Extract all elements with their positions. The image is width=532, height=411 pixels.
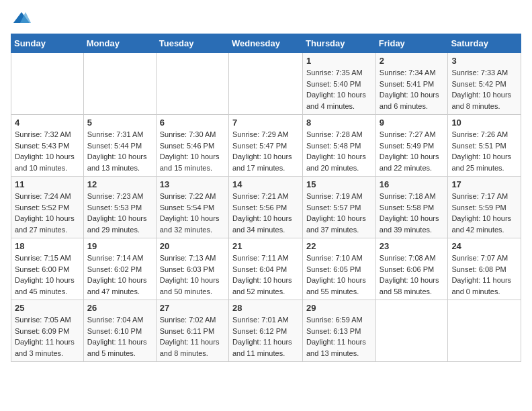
- day-number: 23: [380, 241, 445, 251]
- calendar-cell: 8Sunrise: 7:28 AM Sunset: 5:48 PM Daylig…: [303, 115, 376, 177]
- calendar-cell: [83, 53, 156, 115]
- day-info: Sunrise: 7:31 AM Sunset: 5:44 PM Dayligh…: [87, 129, 152, 173]
- day-info: Sunrise: 7:11 AM Sunset: 6:04 PM Dayligh…: [232, 253, 299, 297]
- calendar-week-row: 4Sunrise: 7:32 AM Sunset: 5:43 PM Daylig…: [11, 115, 521, 177]
- day-info: Sunrise: 7:35 AM Sunset: 5:40 PM Dayligh…: [306, 67, 372, 111]
- calendar-cell: 9Sunrise: 7:27 AM Sunset: 5:49 PM Daylig…: [375, 115, 448, 177]
- weekday-header: Sunday: [11, 34, 84, 53]
- calendar-week-row: 18Sunrise: 7:15 AM Sunset: 6:00 PM Dayli…: [11, 238, 521, 300]
- day-info: Sunrise: 7:26 AM Sunset: 5:51 PM Dayligh…: [451, 129, 517, 173]
- calendar-cell: 17Sunrise: 7:17 AM Sunset: 5:59 PM Dayli…: [448, 177, 521, 238]
- day-info: Sunrise: 7:22 AM Sunset: 5:54 PM Dayligh…: [160, 191, 225, 235]
- day-number: 15: [306, 179, 372, 189]
- calendar-cell: [375, 300, 448, 362]
- calendar-cell: 4Sunrise: 7:32 AM Sunset: 5:43 PM Daylig…: [11, 115, 84, 177]
- day-number: 10: [451, 118, 517, 128]
- calendar-week-row: 11Sunrise: 7:24 AM Sunset: 5:52 PM Dayli…: [11, 177, 521, 238]
- calendar-cell: 25Sunrise: 7:05 AM Sunset: 6:09 PM Dayli…: [11, 300, 84, 362]
- day-info: Sunrise: 7:29 AM Sunset: 5:47 PM Dayligh…: [232, 129, 299, 173]
- day-info: Sunrise: 7:27 AM Sunset: 5:49 PM Dayligh…: [380, 129, 445, 173]
- calendar-week-row: 1Sunrise: 7:35 AM Sunset: 5:40 PM Daylig…: [11, 53, 521, 115]
- calendar-cell: 11Sunrise: 7:24 AM Sunset: 5:52 PM Dayli…: [11, 177, 84, 238]
- day-info: Sunrise: 7:32 AM Sunset: 5:43 PM Dayligh…: [15, 129, 80, 173]
- calendar-cell: 3Sunrise: 7:33 AM Sunset: 5:42 PM Daylig…: [448, 53, 521, 115]
- day-info: Sunrise: 7:10 AM Sunset: 6:05 PM Dayligh…: [306, 253, 372, 297]
- day-number: 22: [306, 241, 372, 251]
- day-number: 18: [15, 241, 80, 251]
- day-number: 11: [15, 179, 80, 189]
- day-info: Sunrise: 7:21 AM Sunset: 5:56 PM Dayligh…: [232, 191, 299, 235]
- calendar-cell: 28Sunrise: 7:01 AM Sunset: 6:12 PM Dayli…: [228, 300, 302, 362]
- day-number: 1: [306, 56, 372, 66]
- calendar-cell: 7Sunrise: 7:29 AM Sunset: 5:47 PM Daylig…: [228, 115, 302, 177]
- day-number: 17: [451, 179, 517, 189]
- calendar-cell: 15Sunrise: 7:19 AM Sunset: 5:57 PM Dayli…: [303, 177, 376, 238]
- day-number: 4: [15, 118, 80, 128]
- day-info: Sunrise: 6:59 AM Sunset: 6:13 PM Dayligh…: [306, 314, 372, 359]
- calendar-cell: [228, 53, 302, 115]
- weekday-header: Monday: [83, 34, 156, 53]
- day-info: Sunrise: 7:19 AM Sunset: 5:57 PM Dayligh…: [306, 191, 372, 235]
- day-info: Sunrise: 7:24 AM Sunset: 5:52 PM Dayligh…: [15, 191, 80, 235]
- calendar-cell: 21Sunrise: 7:11 AM Sunset: 6:04 PM Dayli…: [228, 238, 302, 300]
- day-number: 28: [232, 303, 299, 313]
- day-info: Sunrise: 7:18 AM Sunset: 5:58 PM Dayligh…: [380, 191, 445, 235]
- day-info: Sunrise: 7:15 AM Sunset: 6:00 PM Dayligh…: [15, 253, 80, 297]
- day-number: 16: [380, 179, 445, 189]
- day-info: Sunrise: 7:17 AM Sunset: 5:59 PM Dayligh…: [451, 191, 517, 235]
- weekday-header: Tuesday: [156, 34, 228, 53]
- day-info: Sunrise: 7:07 AM Sunset: 6:08 PM Dayligh…: [451, 253, 517, 297]
- day-number: 25: [15, 303, 80, 313]
- calendar-cell: [448, 300, 521, 362]
- calendar-cell: 13Sunrise: 7:22 AM Sunset: 5:54 PM Dayli…: [156, 177, 228, 238]
- day-info: Sunrise: 7:28 AM Sunset: 5:48 PM Dayligh…: [306, 129, 372, 173]
- day-info: Sunrise: 7:05 AM Sunset: 6:09 PM Dayligh…: [15, 314, 80, 359]
- day-number: 24: [451, 241, 517, 251]
- calendar-table: SundayMondayTuesdayWednesdayThursdayFrid…: [11, 34, 521, 362]
- day-number: 29: [306, 303, 372, 313]
- day-info: Sunrise: 7:30 AM Sunset: 5:46 PM Dayligh…: [160, 129, 225, 173]
- day-info: Sunrise: 7:14 AM Sunset: 6:02 PM Dayligh…: [87, 253, 152, 297]
- day-number: 27: [160, 303, 225, 313]
- day-info: Sunrise: 7:01 AM Sunset: 6:12 PM Dayligh…: [232, 314, 299, 359]
- day-number: 19: [87, 241, 152, 251]
- calendar-cell: 27Sunrise: 7:02 AM Sunset: 6:11 PM Dayli…: [156, 300, 228, 362]
- day-number: 5: [87, 118, 152, 128]
- calendar-cell: 29Sunrise: 6:59 AM Sunset: 6:13 PM Dayli…: [303, 300, 376, 362]
- day-number: 12: [87, 179, 152, 189]
- calendar-cell: 24Sunrise: 7:07 AM Sunset: 6:08 PM Dayli…: [448, 238, 521, 300]
- calendar-cell: 23Sunrise: 7:08 AM Sunset: 6:06 PM Dayli…: [375, 238, 448, 300]
- logo: [11, 11, 31, 26]
- calendar-header-row: SundayMondayTuesdayWednesdayThursdayFrid…: [11, 34, 521, 53]
- calendar-week-row: 25Sunrise: 7:05 AM Sunset: 6:09 PM Dayli…: [11, 300, 521, 362]
- day-number: 3: [451, 56, 517, 66]
- calendar-cell: 16Sunrise: 7:18 AM Sunset: 5:58 PM Dayli…: [375, 177, 448, 238]
- calendar-cell: 6Sunrise: 7:30 AM Sunset: 5:46 PM Daylig…: [156, 115, 228, 177]
- calendar-cell: 5Sunrise: 7:31 AM Sunset: 5:44 PM Daylig…: [83, 115, 156, 177]
- calendar-cell: 14Sunrise: 7:21 AM Sunset: 5:56 PM Dayli…: [228, 177, 302, 238]
- day-info: Sunrise: 7:13 AM Sunset: 6:03 PM Dayligh…: [160, 253, 225, 297]
- day-number: 2: [380, 56, 445, 66]
- weekday-header: Wednesday: [228, 34, 302, 53]
- header: [11, 11, 521, 26]
- weekday-header: Thursday: [303, 34, 376, 53]
- day-number: 7: [232, 118, 299, 128]
- day-number: 8: [306, 118, 372, 128]
- calendar-cell: 22Sunrise: 7:10 AM Sunset: 6:05 PM Dayli…: [303, 238, 376, 300]
- calendar-cell: 10Sunrise: 7:26 AM Sunset: 5:51 PM Dayli…: [448, 115, 521, 177]
- weekday-header: Saturday: [448, 34, 521, 53]
- logo-icon: [12, 11, 31, 26]
- weekday-header: Friday: [375, 34, 448, 53]
- calendar-cell: 18Sunrise: 7:15 AM Sunset: 6:00 PM Dayli…: [11, 238, 84, 300]
- calendar-cell: 20Sunrise: 7:13 AM Sunset: 6:03 PM Dayli…: [156, 238, 228, 300]
- day-number: 20: [160, 241, 225, 251]
- day-number: 21: [232, 241, 299, 251]
- calendar-cell: 12Sunrise: 7:23 AM Sunset: 5:53 PM Dayli…: [83, 177, 156, 238]
- day-info: Sunrise: 7:23 AM Sunset: 5:53 PM Dayligh…: [87, 191, 152, 235]
- day-info: Sunrise: 7:33 AM Sunset: 5:42 PM Dayligh…: [451, 67, 517, 111]
- calendar-cell: 19Sunrise: 7:14 AM Sunset: 6:02 PM Dayli…: [83, 238, 156, 300]
- day-number: 13: [160, 179, 225, 189]
- day-info: Sunrise: 7:02 AM Sunset: 6:11 PM Dayligh…: [160, 314, 225, 359]
- calendar-cell: 2Sunrise: 7:34 AM Sunset: 5:41 PM Daylig…: [375, 53, 448, 115]
- day-number: 26: [87, 303, 152, 313]
